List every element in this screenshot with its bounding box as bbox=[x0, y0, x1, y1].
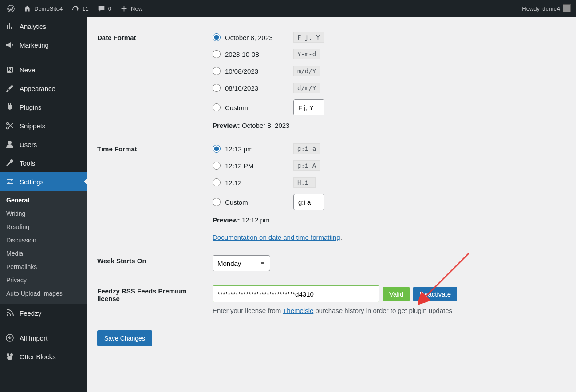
sidebar-item-settings[interactable]: Settings bbox=[0, 172, 87, 191]
week-starts-heading: Week Starts On bbox=[97, 249, 213, 279]
time-preview: Preview: 12:12 pm bbox=[213, 216, 562, 224]
updates-count: 11 bbox=[82, 5, 88, 12]
main-content: Date Format October 8, 2023 F j, Y 2023-… bbox=[87, 17, 576, 392]
date-code-4: d/m/Y bbox=[293, 83, 320, 93]
refresh-icon bbox=[71, 5, 79, 12]
sidebar-item-label: Neve bbox=[20, 66, 35, 74]
time-radio-custom[interactable] bbox=[213, 198, 221, 206]
wordpress-icon bbox=[7, 5, 15, 12]
date-format-heading: Date Format bbox=[97, 26, 213, 137]
sidebar-item-marketing[interactable]: Marketing bbox=[0, 36, 87, 54]
themeisle-link[interactable]: Themeisle bbox=[283, 307, 313, 314]
week-starts-select[interactable]: Monday bbox=[213, 255, 270, 271]
license-deactivate-button[interactable]: Deactivate bbox=[413, 287, 457, 301]
date-custom-label: Custom: bbox=[225, 104, 250, 111]
date-option-label: 2023-10-08 bbox=[225, 51, 259, 58]
date-custom-input[interactable] bbox=[293, 99, 324, 115]
time-radio-3[interactable] bbox=[213, 178, 221, 186]
sidebar-item-feedzy[interactable]: Feedzy bbox=[0, 304, 87, 322]
time-option-3[interactable]: 12:12 bbox=[213, 178, 288, 186]
submenu-reading[interactable]: Reading bbox=[0, 220, 87, 234]
sidebar-item-label: Analytics bbox=[20, 23, 46, 30]
svg-point-5 bbox=[11, 179, 12, 181]
submenu-general[interactable]: General bbox=[0, 194, 87, 207]
admin-bar: DemoSite4 11 0 New Howdy, demo4 bbox=[0, 0, 576, 17]
time-option-1[interactable]: 12:12 pm bbox=[213, 145, 288, 153]
megaphone-icon bbox=[5, 40, 14, 49]
sidebar-item-plugins[interactable]: Plugins bbox=[0, 98, 87, 116]
submenu-permalinks[interactable]: Permalinks bbox=[0, 260, 87, 273]
sidebar-item-appearance[interactable]: Appearance bbox=[0, 79, 87, 98]
new-content-link[interactable]: New bbox=[117, 0, 146, 17]
sliders-icon bbox=[5, 177, 14, 186]
date-radio-custom[interactable] bbox=[213, 103, 221, 111]
sidebar-item-neve[interactable]: Neve bbox=[0, 60, 87, 79]
license-note: Enter your license from Themeisle purcha… bbox=[213, 307, 562, 314]
save-changes-button[interactable]: Save Changes bbox=[97, 330, 152, 346]
svg-point-4 bbox=[8, 141, 12, 144]
chart-icon bbox=[5, 22, 14, 31]
site-name: DemoSite4 bbox=[34, 5, 63, 12]
date-option-2[interactable]: 2023-10-08 bbox=[213, 50, 288, 58]
sidebar-item-label: All Import bbox=[20, 334, 47, 342]
date-code-3: m/d/Y bbox=[293, 66, 320, 76]
comments-link[interactable]: 0 bbox=[94, 0, 115, 17]
date-radio-3[interactable] bbox=[213, 67, 221, 75]
date-option-label: 10/08/2023 bbox=[225, 67, 258, 75]
site-name-link[interactable]: DemoSite4 bbox=[20, 0, 66, 17]
sidebar-item-tools[interactable]: Tools bbox=[0, 154, 87, 172]
submenu-media[interactable]: Media bbox=[0, 247, 87, 260]
svg-point-10 bbox=[10, 353, 13, 356]
submenu-privacy[interactable]: Privacy bbox=[0, 273, 87, 287]
sidebar-item-label: Appearance bbox=[20, 85, 55, 92]
sidebar-item-label: Marketing bbox=[20, 41, 49, 49]
submenu-auto-upload[interactable]: Auto Upload Images bbox=[0, 287, 87, 300]
otter-icon bbox=[5, 352, 14, 361]
comments-count: 0 bbox=[108, 5, 111, 12]
date-option-1[interactable]: October 8, 2023 bbox=[213, 33, 288, 41]
comment-icon bbox=[98, 5, 105, 12]
time-option-custom[interactable]: Custom: bbox=[213, 198, 288, 206]
sidebar-item-analytics[interactable]: Analytics bbox=[0, 17, 87, 36]
date-radio-1[interactable] bbox=[213, 33, 221, 41]
time-option-2[interactable]: 12:12 PM bbox=[213, 162, 288, 170]
license-input[interactable] bbox=[213, 285, 379, 302]
time-code-2: g:i A bbox=[293, 160, 320, 171]
license-heading: Feedzy RSS Feeds Premium license bbox=[97, 279, 213, 322]
sidebar-item-snippets[interactable]: Snippets bbox=[0, 116, 87, 135]
svg-point-7 bbox=[7, 314, 8, 316]
plus-icon bbox=[120, 5, 128, 12]
license-valid-badge[interactable]: Valid bbox=[383, 287, 410, 301]
howdy-text: Howdy, demo4 bbox=[522, 5, 560, 12]
sidebar-item-label: Tools bbox=[20, 159, 35, 167]
brush-icon bbox=[5, 84, 14, 93]
date-radio-2[interactable] bbox=[213, 50, 221, 58]
time-radio-1[interactable] bbox=[213, 145, 221, 153]
date-radio-4[interactable] bbox=[213, 84, 221, 92]
submenu-writing[interactable]: Writing bbox=[0, 207, 87, 220]
import-icon bbox=[5, 333, 14, 342]
date-preview: Preview: October 8, 2023 bbox=[213, 122, 562, 129]
sidebar-item-label: Otter Blocks bbox=[20, 353, 56, 360]
sidebar-item-label: Plugins bbox=[20, 103, 41, 111]
updates-link[interactable]: 11 bbox=[68, 0, 92, 17]
time-radio-2[interactable] bbox=[213, 162, 221, 170]
date-code-1: F j, Y bbox=[293, 32, 324, 43]
date-option-4[interactable]: 08/10/2023 bbox=[213, 84, 288, 92]
sidebar-item-otter[interactable]: Otter Blocks bbox=[0, 347, 87, 366]
plug-icon bbox=[5, 103, 14, 111]
svg-point-6 bbox=[8, 182, 10, 184]
wp-logo[interactable] bbox=[4, 0, 18, 17]
sidebar-item-all-import[interactable]: All Import bbox=[0, 329, 87, 347]
time-custom-input[interactable] bbox=[293, 194, 324, 210]
datetime-doc-link[interactable]: Documentation on date and time formattin… bbox=[213, 234, 340, 241]
date-option-custom[interactable]: Custom: bbox=[213, 103, 288, 111]
time-option-label: 12:12 bbox=[225, 179, 242, 186]
user-menu[interactable]: Howdy, demo4 bbox=[522, 4, 572, 12]
date-option-3[interactable]: 10/08/2023 bbox=[213, 67, 288, 75]
user-icon bbox=[5, 140, 14, 149]
submenu-discussion[interactable]: Discussion bbox=[0, 234, 87, 247]
wrench-icon bbox=[5, 158, 14, 167]
sidebar-item-users[interactable]: Users bbox=[0, 135, 87, 154]
svg-point-11 bbox=[7, 356, 12, 360]
